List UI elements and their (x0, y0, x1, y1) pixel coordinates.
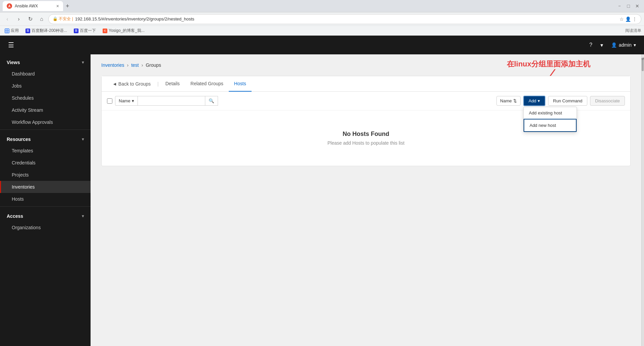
hamburger-btn[interactable]: ☰ (5, 40, 17, 50)
profile-icon[interactable]: 👤 (625, 16, 631, 22)
empty-state-description: Please add Hosts to populate this list (108, 140, 624, 146)
back-btn[interactable]: ‹ (3, 14, 12, 24)
browser-chrome: A Ansible AWX × + － □ ✕ ‹ › ↻ ⌂ 🔒 不安全 | … (0, 0, 644, 36)
help-btn[interactable]: ? (587, 41, 595, 49)
breadcrumb: Inventories › test › Groups (101, 62, 631, 68)
home-btn[interactable]: ⌂ (37, 14, 46, 24)
sidebar-item-jobs[interactable]: Jobs (0, 80, 91, 92)
sidebar-item-hosts[interactable]: Hosts (0, 193, 91, 205)
app-header: ☰ ? ▾ 👤 admin ▾ (0, 36, 644, 54)
sidebar-item-projects[interactable]: Projects (0, 169, 91, 181)
run-command-btn[interactable]: Run Command (548, 96, 587, 106)
annotation-area: Inventories › test › Groups 在linux分组里面添加… (101, 62, 631, 68)
disassociate-btn[interactable]: Disassociate (590, 96, 625, 106)
back-to-groups-tab[interactable]: ◄ Back to Groups (107, 77, 156, 91)
add-btn[interactable]: Add ▾ (523, 96, 545, 106)
security-label: 🔒 不安全 | (53, 16, 73, 22)
sidebar-resources-label: Resources (7, 137, 31, 142)
sort-icon: ⇅ (513, 98, 517, 103)
browser-nav-bar: ‹ › ↻ ⌂ 🔒 不安全 | 192.168.15.5/#/inventori… (0, 12, 644, 26)
breadcrumb-test[interactable]: test (131, 62, 139, 68)
sort-label: Name (500, 98, 512, 103)
sidebar-section-resources: Resources ▾ Templates Credentials Projec… (0, 131, 91, 205)
sidebar-access-chevron: ▾ (82, 214, 84, 218)
sidebar-item-activity-stream[interactable]: Activity Stream (0, 104, 91, 116)
svg-rect-0 (5, 29, 7, 31)
search-input-wrap: 🔍 (138, 96, 218, 106)
bookmark-fanyi[interactable]: 百 百度翻译-200种语... (23, 27, 69, 34)
back-arrow-icon: ◄ (112, 81, 117, 87)
sidebar-item-credentials[interactable]: Credentials (0, 157, 91, 169)
scrollbar-track[interactable]: ↺ (641, 54, 644, 346)
sidebar-item-organizations[interactable]: Organizations (0, 221, 91, 234)
sidebar-section-access: Access ▾ Organizations (0, 208, 91, 234)
tab-bar: A Ansible AWX × + － □ ✕ (0, 0, 644, 12)
more-options-icon[interactable]: ⋮ (632, 16, 637, 22)
sidebar-item-schedules[interactable]: Schedules (0, 92, 91, 104)
bookmark-csdn[interactable]: C Yosigo_的博客_我... (101, 27, 147, 34)
user-menu-btn[interactable]: 👤 admin ▾ (608, 41, 639, 49)
browser-close[interactable]: ✕ (633, 3, 641, 9)
baidu-favicon: 百 (74, 29, 78, 33)
sidebar-section-views: Views ▾ Dashboard Jobs Schedules Activit… (0, 54, 91, 128)
tabs-bar: ◄ Back to Groups | Details Related Group… (102, 76, 630, 92)
filter-label: Name (119, 98, 130, 103)
fanyi-favicon: 百 (25, 29, 30, 33)
fanyi-label: 百度翻译-200种语... (32, 28, 67, 34)
tab-close-btn[interactable]: × (56, 3, 59, 9)
sidebar-item-dashboard[interactable]: Dashboard (0, 68, 91, 80)
browser-tab-awx[interactable]: A Ansible AWX × (3, 1, 63, 11)
sidebar-divider-2 (0, 206, 91, 207)
tab-title-text: Ansible AWX (15, 4, 54, 8)
browser-restore[interactable]: □ (625, 3, 632, 9)
toolbar: Name ▾ 🔍 Name (102, 92, 630, 110)
tab-details[interactable]: Details (160, 76, 185, 92)
search-input[interactable] (138, 96, 205, 105)
content-card: ◄ Back to Groups | Details Related Group… (101, 76, 631, 166)
sidebar-item-inventories[interactable]: Inventories (0, 181, 91, 193)
filter-dropdown-btn[interactable]: Name ▾ (115, 96, 138, 106)
header-dropdown-btn[interactable]: ▾ (598, 41, 606, 50)
new-tab-btn[interactable]: + (64, 3, 71, 10)
main-content: Inventories › test › Groups 在linux分组里面添加… (91, 54, 641, 346)
sidebar-resources-header[interactable]: Resources ▾ (0, 131, 91, 145)
tab-favicon: A (7, 3, 12, 9)
url-text: 192.168.15.5/#/inventories/inventory/2/g… (75, 16, 618, 21)
help-icon: ? (589, 42, 592, 48)
bookmark-star-icon[interactable]: ☆ (620, 16, 624, 22)
add-new-host-item[interactable]: Add new host (524, 119, 577, 132)
add-dropdown-menu: Add existing host Add new host (523, 107, 577, 132)
breadcrumb-groups: Groups (146, 62, 161, 68)
add-existing-host-item[interactable]: Add existing host (524, 107, 577, 119)
sidebar: Views ▾ Dashboard Jobs Schedules Activit… (0, 54, 91, 346)
sidebar-views-label: Views (7, 60, 20, 65)
csdn-favicon: C (103, 29, 107, 33)
select-all-checkbox[interactable] (107, 98, 112, 104)
sort-btn[interactable]: Name ⇅ (496, 96, 521, 106)
browser-minimize[interactable]: － (615, 3, 624, 9)
bookmark-baidu[interactable]: 百 百度一下 (72, 27, 98, 34)
scroll-refresh-icon[interactable]: ↺ (641, 56, 644, 61)
bookmarks-bar: 应用 百 百度翻译-200种语... 百 百度一下 C Yosigo_的博客_我… (0, 26, 644, 36)
read-mode-btn[interactable]: 阅读清单 (625, 28, 641, 34)
sidebar-item-templates[interactable]: Templates (0, 145, 91, 157)
tab-hosts[interactable]: Hosts (229, 76, 252, 92)
tab-related-groups[interactable]: Related Groups (185, 76, 229, 92)
forward-btn[interactable]: › (14, 14, 23, 24)
chevron-down-icon: ▾ (600, 42, 603, 48)
sidebar-views-header[interactable]: Views ▾ (0, 54, 91, 68)
sidebar-item-workflow-approvals[interactable]: Workflow Approvals (0, 116, 91, 128)
main-inner: Inventories › test › Groups 在linux分组里面添加… (91, 54, 641, 174)
user-chevron-icon: ▾ (634, 42, 636, 48)
bookmark-apps[interactable]: 应用 (3, 27, 21, 34)
sidebar-access-header[interactable]: Access ▾ (0, 208, 91, 221)
breadcrumb-inventories[interactable]: Inventories (101, 62, 124, 68)
sidebar-divider-1 (0, 130, 91, 130)
apps-label: 应用 (11, 28, 19, 34)
sidebar-access-label: Access (7, 213, 23, 219)
search-btn[interactable]: 🔍 (205, 96, 218, 105)
address-bar[interactable]: 🔒 不安全 | 192.168.15.5/#/inventories/inven… (48, 14, 641, 24)
filter-chevron-icon: ▾ (132, 98, 134, 103)
svg-rect-1 (7, 29, 9, 31)
reload-btn[interactable]: ↻ (25, 14, 35, 24)
